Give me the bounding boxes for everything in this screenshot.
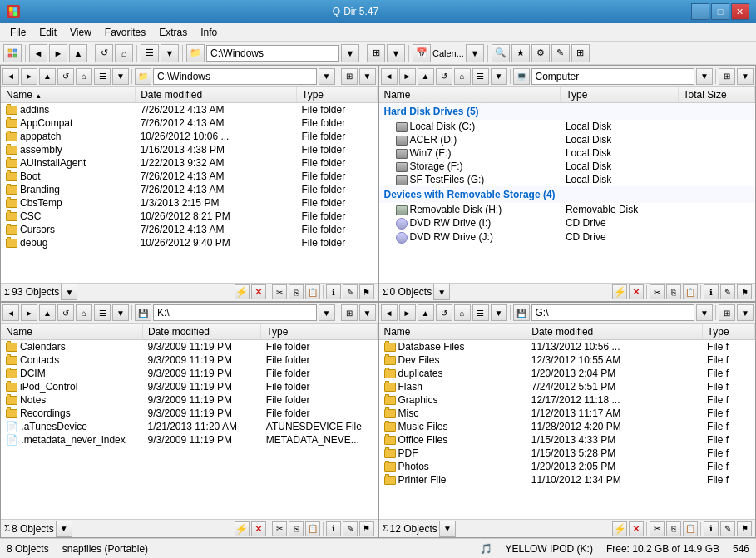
pbl-props[interactable]: ℹ — [326, 521, 341, 536]
pbr-status-arrow[interactable]: ▼ — [439, 521, 456, 537]
ptl-delete[interactable]: ✕ — [251, 284, 266, 299]
ptl-file-list[interactable]: Name ▲ Date modified Type addins7/26/201… — [1, 87, 378, 283]
table-row[interactable]: assembly1/16/2013 4:38 PMFile folder — [1, 143, 377, 156]
table-row[interactable]: duplicates1/20/2013 2:04 PMFile f — [379, 367, 755, 380]
pbr-view2-arrow[interactable]: ▼ — [737, 304, 754, 321]
tb-extra1[interactable]: 🔍 — [492, 44, 510, 62]
pbl-refresh[interactable]: ↺ — [57, 304, 74, 321]
menu-info[interactable]: Info — [194, 23, 224, 41]
ptr-lightning[interactable]: ⚡ — [612, 284, 627, 299]
menu-extras[interactable]: Extras — [152, 23, 194, 41]
ptr-props[interactable]: ℹ — [704, 284, 719, 299]
ptr-col-name[interactable]: Name — [379, 87, 561, 103]
pbl-file-list[interactable]: Name Date modified Type Calendars9/3/200… — [1, 324, 378, 520]
pbl-cut[interactable]: ✂ — [272, 521, 287, 536]
table-row[interactable]: addins7/26/2012 4:13 AMFile folder — [1, 103, 377, 117]
menu-favorites[interactable]: Favorites — [98, 23, 152, 41]
pbl-edit[interactable]: ✎ — [343, 521, 358, 536]
close-button[interactable]: ✕ — [731, 3, 749, 20]
table-row[interactable]: Database Files11/13/2012 10:56 ...File f — [379, 339, 755, 353]
pbr-col-date[interactable]: Date modified — [526, 324, 702, 340]
table-row[interactable]: Calendars9/3/2009 11:19 PMFile folder — [1, 339, 377, 353]
pbl-path-arrow[interactable]: ▼ — [319, 304, 335, 321]
ptl-paste[interactable]: 📋 — [305, 284, 320, 299]
table-row[interactable]: Graphics12/17/2012 11:18 ...File f — [379, 393, 755, 407]
ptr-view2[interactable]: ⊞ — [719, 68, 735, 85]
ptr-home[interactable]: ⌂ — [454, 68, 471, 85]
tb-calendar-icon[interactable]: 📅 — [413, 44, 431, 62]
pbr-path[interactable]: G:\ — [531, 304, 695, 321]
tb-view[interactable]: ☰ — [141, 44, 159, 62]
left-address-bar[interactable]: C:\Windows — [206, 45, 339, 62]
ptl-copy[interactable]: ⎘ — [289, 284, 304, 299]
pbl-paste[interactable]: 📋 — [305, 521, 320, 536]
ptl-up[interactable]: ▲ — [39, 68, 56, 85]
pbr-view-arrow[interactable]: ▼ — [491, 304, 507, 321]
pbl-home[interactable]: ⌂ — [76, 304, 92, 321]
pbr-forward[interactable]: ► — [399, 304, 416, 321]
ptl-view2[interactable]: ⊞ — [341, 68, 358, 85]
tb-view-arrow[interactable]: ▼ — [161, 44, 179, 62]
pbl-up[interactable]: ▲ — [39, 304, 56, 321]
pbl-view[interactable]: ☰ — [94, 304, 111, 321]
tb-home[interactable]: ⌂ — [115, 44, 133, 62]
pbr-props[interactable]: ℹ — [704, 521, 719, 536]
table-row[interactable]: DVD RW Drive (I:)CD Drive — [379, 216, 755, 230]
pbl-view2[interactable]: ⊞ — [341, 304, 358, 321]
table-row[interactable]: iPod_Control9/3/2009 11:19 PMFile folder — [1, 380, 377, 393]
tb-extra5[interactable]: ⊞ — [571, 44, 590, 62]
table-row[interactable]: CbsTemp1/3/2013 2:15 PMFile folder — [1, 196, 377, 210]
ptr-view-arrow[interactable]: ▼ — [491, 68, 507, 85]
table-row[interactable]: Branding7/26/2012 4:13 AMFile folder — [1, 183, 377, 196]
ptr-col-size[interactable]: Total Size — [678, 87, 754, 103]
ptl-back[interactable]: ◄ — [2, 68, 19, 85]
tb-address-icon[interactable]: 📁 — [186, 44, 205, 62]
ptr-edit[interactable]: ✎ — [720, 284, 735, 299]
ptr-view[interactable]: ☰ — [472, 68, 489, 85]
ptl-refresh[interactable]: ↺ — [57, 68, 74, 85]
ptl-flag[interactable]: ⚑ — [359, 284, 374, 299]
tb-extra3[interactable]: ⚙ — [531, 44, 550, 62]
table-row[interactable]: Contacts9/3/2009 11:19 PMFile folder — [1, 353, 377, 367]
ptl-edit[interactable]: ✎ — [343, 284, 358, 299]
pbl-col-type[interactable]: Type — [261, 324, 377, 340]
pbl-col-date[interactable]: Date modified — [143, 324, 261, 340]
pbl-delete[interactable]: ✕ — [251, 521, 266, 536]
table-row[interactable]: DCIM9/3/2009 11:19 PMFile folder — [1, 367, 377, 380]
ptl-forward[interactable]: ► — [21, 68, 37, 85]
ptr-copy[interactable]: ⎘ — [666, 284, 681, 299]
ptr-col-type[interactable]: Type — [561, 87, 678, 103]
table-row[interactable]: Office Files1/15/2013 4:33 PMFile f — [379, 433, 755, 447]
ptl-home[interactable]: ⌂ — [76, 68, 92, 85]
pbl-back[interactable]: ◄ — [2, 304, 19, 321]
table-row[interactable]: CSC10/26/2012 8:21 PMFile folder — [1, 210, 377, 223]
pbr-delete[interactable]: ✕ — [629, 521, 644, 536]
table-row[interactable]: 📄 .aTunesDevice1/21/2013 11:20 AMATUNESD… — [1, 420, 377, 433]
minimize-button[interactable]: ─ — [691, 3, 709, 20]
table-row[interactable]: Dev Files12/3/2012 10:55 AMFile f — [379, 353, 755, 367]
tb-extra2[interactable]: ★ — [511, 44, 530, 62]
table-row[interactable]: Music Files11/28/2012 4:20 PMFile f — [379, 420, 755, 433]
tb-up[interactable]: ▲ — [69, 44, 87, 62]
ptl-view-arrow[interactable]: ▼ — [112, 68, 129, 85]
pbl-view-arrow[interactable]: ▼ — [112, 304, 129, 321]
ptr-cut[interactable]: ✂ — [650, 284, 665, 299]
ptl-props[interactable]: ℹ — [326, 284, 341, 299]
table-row[interactable]: Misc1/12/2013 11:17 AMFile f — [379, 407, 755, 420]
table-row[interactable]: Win7 (E:)Local Disk — [379, 146, 755, 160]
pbr-lightning[interactable]: ⚡ — [612, 521, 627, 536]
menu-edit[interactable]: Edit — [32, 23, 63, 41]
pbr-file-list[interactable]: Name Date modified Type Database Files11… — [379, 324, 756, 520]
ptl-path[interactable]: C:\Windows — [153, 68, 317, 85]
tb-extra4[interactable]: ✎ — [551, 44, 570, 62]
tb-address-go[interactable]: ▼ — [341, 44, 359, 62]
table-row[interactable]: Cursors7/26/2012 4:13 AMFile folder — [1, 223, 377, 236]
ptr-file-list[interactable]: Name Type Total Size Hard Disk Drives (5… — [379, 87, 756, 283]
table-row[interactable]: AppCompat7/26/2012 4:13 AMFile folder — [1, 116, 377, 130]
ptr-view2-arrow[interactable]: ▼ — [737, 68, 754, 85]
pbl-copy[interactable]: ⎘ — [289, 521, 304, 536]
table-row[interactable]: Recordings9/3/2009 11:19 PMFile folder — [1, 407, 377, 420]
pbr-back[interactable]: ◄ — [381, 304, 398, 321]
ptl-col-type[interactable]: Type — [297, 87, 377, 103]
pbl-forward[interactable]: ► — [21, 304, 37, 321]
